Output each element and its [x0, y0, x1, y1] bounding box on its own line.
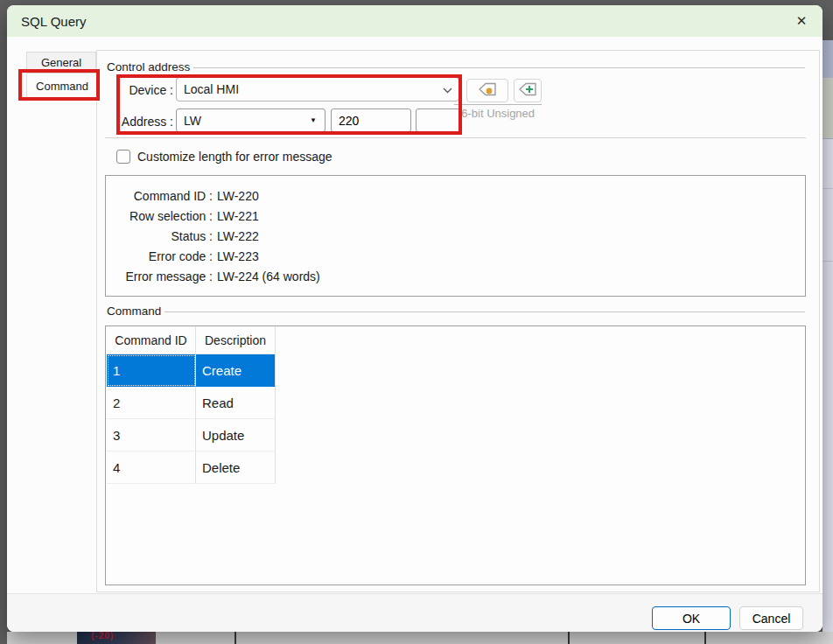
cancel-button[interactable]: Cancel [739, 606, 803, 630]
dialog-titlebar [7, 5, 822, 37]
data-type-label: 16-bit Unsigned [455, 107, 535, 120]
control-address-group-label: Control address [107, 60, 193, 74]
table-row[interactable]: 3 Update [107, 419, 276, 452]
device-selected-value: Local HMI [177, 82, 436, 96]
cell-command-id: 2 [107, 387, 196, 419]
summary-value: LW-220 [217, 186, 259, 206]
cell-description: Create [196, 354, 276, 387]
tab-command[interactable]: Command [26, 73, 97, 99]
summary-value: LW-224 (64 words) [217, 267, 320, 287]
cell-command-id: 4 [107, 452, 196, 484]
ok-button[interactable]: OK [652, 606, 731, 630]
background-divider [704, 632, 706, 644]
background-right-strip [822, 78, 833, 138]
tag-plus-icon [517, 81, 538, 100]
background-divider [822, 261, 833, 262]
address-type-select[interactable]: LW ▼ [176, 108, 326, 132]
tab-general[interactable]: General [26, 52, 96, 73]
summary-row: Command ID : LW-220 [106, 186, 805, 206]
summary-label: Error message : [106, 267, 213, 287]
group-divider [193, 67, 805, 68]
address-label: Address : [117, 111, 173, 132]
chevron-down-icon [436, 83, 458, 96]
table-row[interactable]: 2 Read [107, 387, 276, 419]
cell-description: Update [196, 419, 276, 452]
tag-icon [477, 81, 498, 100]
table-row[interactable]: 1 Create [107, 354, 276, 387]
dropdown-arrow-icon: ▼ [302, 116, 325, 124]
summary-label: Error code : [106, 247, 213, 267]
summary-row: Error message : LW-224 (64 words) [106, 267, 805, 287]
group-divider [105, 137, 806, 138]
summary-label: Status : [106, 227, 213, 247]
customize-length-checkbox[interactable] [116, 150, 130, 164]
background-text-fragment: (-20) [91, 631, 114, 641]
summary-row: Status : LW-222 [106, 227, 805, 247]
column-header-command-id: Command ID [107, 326, 196, 354]
address-type-selected-value: LW [177, 114, 302, 128]
command-group-label: Command [107, 304, 164, 318]
summary-label: Command ID : [106, 186, 213, 206]
dialog-title: SQL Query [21, 5, 86, 37]
summary-row: Row selection : LW-221 [106, 206, 805, 227]
sql-query-dialog: SQL Query ✕ General Command Control addr… [7, 5, 822, 632]
cell-description: Delete [196, 452, 276, 484]
background-right-strip [822, 40, 833, 78]
table-header-row: Command ID Description [107, 326, 276, 354]
device-label: Device : [121, 80, 173, 101]
background-divider [568, 632, 570, 644]
cell-command-id: 1 [107, 354, 196, 387]
tag-library-button[interactable] [466, 79, 508, 102]
summary-value: LW-223 [217, 247, 259, 267]
data-type-divider [454, 104, 542, 105]
summary-value: LW-221 [217, 206, 259, 227]
cell-description: Read [196, 387, 276, 419]
cell-command-id: 3 [107, 419, 196, 452]
group-divider [164, 312, 805, 312]
dialog-footer: OK Cancel [7, 593, 822, 632]
address-value-input[interactable] [331, 108, 411, 132]
control-address-summary: Command ID : LW-220 Row selection : LW-2… [105, 175, 806, 297]
command-table-container: Command ID Description 1 Create 2 Read 3… [105, 326, 806, 585]
background-image-fragment [77, 632, 156, 644]
device-select[interactable]: Local HMI [176, 77, 459, 102]
background-right-strip [822, 138, 833, 632]
customize-length-label: Customize length for error message [137, 149, 332, 164]
table-row[interactable]: 4 Delete [107, 452, 276, 484]
column-header-description: Description [196, 326, 276, 354]
command-table: Command ID Description 1 Create 2 Read 3… [107, 326, 276, 484]
background-divider [234, 632, 236, 644]
summary-row: Error code : LW-223 [106, 247, 805, 267]
add-tag-button[interactable] [514, 79, 542, 102]
close-icon[interactable]: ✕ [786, 8, 817, 34]
summary-value: LW-222 [217, 227, 259, 247]
address-extra-input[interactable] [416, 108, 460, 132]
summary-label: Row selection : [106, 206, 213, 227]
background-divider [822, 188, 833, 189]
